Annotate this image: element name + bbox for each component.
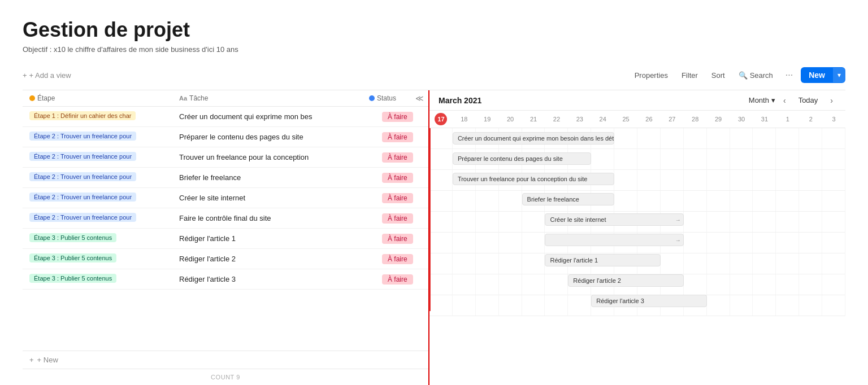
- gantt-bar[interactable]: Rédiger l'article 2: [568, 274, 683, 287]
- gantt-day-29: [707, 170, 730, 190]
- table-row[interactable]: Étape 2 : Trouver un freelance pour Brie…: [23, 168, 428, 188]
- status-badge: À faire: [382, 193, 413, 203]
- gantt-day-2: [799, 149, 822, 169]
- gantt-day-2: [799, 274, 822, 295]
- toolbar-right: Properties Filter Sort 🔍 Search ··· New …: [630, 67, 845, 83]
- gantt-day-22: [545, 295, 568, 316]
- tache-icon: Aa: [179, 95, 187, 102]
- new-button[interactable]: New: [801, 67, 833, 83]
- gantt-day-30: [730, 128, 753, 148]
- gantt-bar[interactable]: Trouver un freelance pour la conception …: [453, 173, 614, 185]
- gantt-body: Créer un document qui exprime mon besoin…: [429, 128, 845, 385]
- gantt-bar[interactable]: Rédiger l'article 1: [545, 254, 660, 266]
- gantt-day-29: [707, 212, 730, 232]
- etape-badge: Étape 2 : Trouver un freelance pour: [29, 132, 136, 141]
- new-row-button[interactable]: + + New: [23, 351, 428, 369]
- more-options-button[interactable]: ···: [782, 68, 796, 82]
- cell-status: À faire: [377, 108, 428, 125]
- gantt-day-26: [637, 149, 661, 169]
- gantt-day-29: [707, 233, 730, 253]
- cell-status: À faire: [377, 210, 428, 227]
- gantt-bar[interactable]: Préparer le contenu des pages du site: [453, 152, 591, 165]
- add-view-button[interactable]: + + Add a view: [23, 71, 71, 80]
- gantt-day-31: [753, 253, 776, 274]
- gantt-day-24: [591, 149, 614, 169]
- gantt-day-3: [822, 149, 845, 169]
- sort-button[interactable]: Sort: [707, 69, 730, 82]
- collapse-button[interactable]: ≪: [415, 94, 424, 103]
- gantt-bar[interactable]: Rédiger l'article 3: [591, 295, 706, 307]
- properties-button[interactable]: Properties: [630, 69, 672, 82]
- gantt-view-select[interactable]: Month ▾: [749, 96, 775, 104]
- table-row[interactable]: Étape 3 : Publier 5 contenus Rédiger l'a…: [23, 249, 428, 269]
- gantt-day-17: [429, 191, 453, 211]
- cell-status: À faire: [377, 251, 428, 268]
- gantt-day-31: [753, 170, 776, 190]
- gantt-day-21: [522, 212, 545, 232]
- search-label: Search: [750, 71, 773, 80]
- gantt-day-29: [707, 295, 730, 316]
- gantt-day-20: [499, 191, 522, 211]
- plus-icon: +: [29, 356, 34, 364]
- gantt-day-17: [429, 253, 453, 274]
- gantt-day-2: [799, 253, 822, 274]
- gantt-day-1: [776, 274, 799, 295]
- day-col-19: 19: [476, 113, 499, 125]
- gantt-bar[interactable]: →: [545, 234, 683, 246]
- sort-label: Sort: [711, 71, 725, 80]
- gantt-day-20: [499, 274, 522, 295]
- day-col-21: 21: [522, 113, 545, 125]
- gantt-day-25: [614, 128, 637, 148]
- gantt-day-27: [661, 170, 684, 190]
- gantt-day-18: [453, 212, 476, 232]
- gantt-day-29: [707, 149, 730, 169]
- gantt-day-3: [822, 233, 845, 253]
- etape-badge: Étape 1 : Définir un cahier des char: [29, 111, 136, 120]
- gantt-day-30: [730, 253, 753, 274]
- etape-badge: Étape 2 : Trouver un freelance pour: [29, 172, 136, 181]
- table-row[interactable]: Étape 2 : Trouver un freelance pour Crée…: [23, 188, 428, 208]
- table-row[interactable]: Étape 3 : Publier 5 contenus Rédiger l'a…: [23, 269, 428, 290]
- filter-button[interactable]: Filter: [677, 69, 702, 82]
- chevron-down-icon: ▾: [771, 96, 775, 104]
- gantt-day-26: [637, 128, 661, 148]
- status-badge: À faire: [382, 173, 413, 183]
- gantt-today-button[interactable]: Today: [794, 94, 823, 107]
- table-row[interactable]: Étape 2 : Trouver un freelance pour Fair…: [23, 208, 428, 229]
- gantt-header: March 2021 Month ▾ ‹ Today ›: [429, 90, 845, 111]
- day-col-28: 28: [684, 113, 707, 125]
- table-row[interactable]: Étape 2 : Trouver un freelance pour Trou…: [23, 147, 428, 168]
- add-view-label: + Add a view: [29, 71, 71, 80]
- gantt-day-21: [522, 253, 545, 274]
- cell-status: À faire: [377, 149, 428, 166]
- table-row[interactable]: Étape 2 : Trouver un freelance pour Prép…: [23, 127, 428, 147]
- cell-tache: Trouver un freelance pour la conception: [172, 150, 377, 165]
- status-header-label: Status: [377, 94, 396, 102]
- gantt-prev-button[interactable]: ‹: [780, 95, 789, 106]
- status-icon: [369, 95, 375, 101]
- gantt-day-19: [476, 233, 499, 253]
- gantt-day-20: [499, 295, 522, 316]
- new-dropdown-arrow[interactable]: ▾: [833, 68, 845, 82]
- etape-badge: Étape 3 : Publier 5 contenus: [29, 253, 116, 262]
- gantt-day-28: [684, 191, 707, 211]
- table-header-row: Étape Aa Tâche Status ≪: [23, 90, 428, 107]
- gantt-next-button[interactable]: ›: [827, 95, 836, 106]
- bar-arrow-icon: →: [675, 217, 681, 223]
- gantt-day-17: [429, 274, 453, 295]
- etape-badge: Étape 3 : Publier 5 contenus: [29, 233, 116, 242]
- gantt-day-30: [730, 233, 753, 253]
- search-button[interactable]: 🔍 Search: [734, 69, 778, 82]
- bar-arrow-icon: →: [675, 237, 681, 243]
- gantt-day-2: [799, 233, 822, 253]
- gantt-day-3: [822, 253, 845, 274]
- gantt-bar[interactable]: Créer le site internet→: [545, 213, 683, 226]
- table-row[interactable]: Étape 1 : Définir un cahier des char Cré…: [23, 107, 428, 127]
- page-title: Gestion de projet: [23, 18, 845, 42]
- gantt-bar[interactable]: Créer un document qui exprime mon besoin…: [453, 132, 614, 145]
- gantt-bar[interactable]: Briefer le freelance: [522, 193, 615, 205]
- table-row[interactable]: Étape 3 : Publier 5 contenus Rédiger l'a…: [23, 229, 428, 249]
- cell-tache: Rédiger l'article 1: [172, 231, 377, 246]
- status-badge: À faire: [382, 213, 413, 224]
- gantt-days-header: 171819202122232425262728293031123: [429, 111, 845, 128]
